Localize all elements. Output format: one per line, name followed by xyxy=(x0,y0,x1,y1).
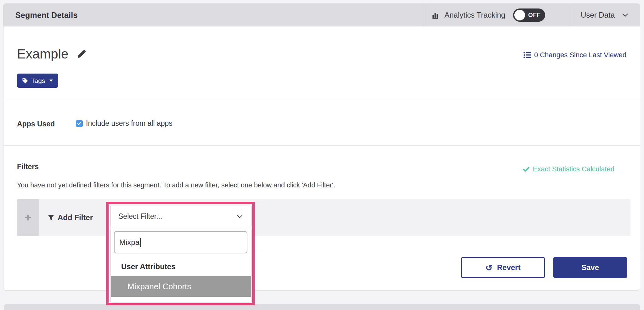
include-all-apps-checkbox[interactable] xyxy=(76,120,83,127)
analytics-tracking-label: Analytics Tracking xyxy=(444,11,505,19)
save-button-label: Save xyxy=(581,263,599,272)
changes-since-viewed-link[interactable]: 0 Changes Since Last Viewed xyxy=(523,51,626,59)
include-all-apps-label: Include users from all apps xyxy=(86,119,172,128)
filter-select-value: Select Filter... xyxy=(118,212,162,221)
segment-name: Example xyxy=(17,47,68,62)
funnel-icon xyxy=(48,215,54,221)
changes-link-label: 0 Changes Since Last Viewed xyxy=(534,51,626,59)
apps-used-checkbox-row: Include users from all apps xyxy=(76,119,172,128)
save-button[interactable]: Save xyxy=(553,257,627,278)
chevron-down-icon xyxy=(237,215,242,218)
apps-used-label: Apps Used xyxy=(17,120,55,128)
section-divider xyxy=(3,145,640,146)
text-cursor xyxy=(140,238,141,247)
header-divider-left xyxy=(423,4,423,26)
user-data-dropdown[interactable]: User Data xyxy=(581,4,628,26)
segment-details-card xyxy=(3,3,640,291)
check-icon xyxy=(523,167,529,172)
checkbox-check-icon xyxy=(77,122,82,125)
add-filter-button[interactable]: Add Filter xyxy=(48,199,93,236)
dropdown-option-label: Mixpanel Cohorts xyxy=(127,282,191,291)
dropdown-group-label: User Attributes xyxy=(121,262,175,271)
section-divider xyxy=(3,99,640,99)
filter-search-input[interactable]: Mixpa xyxy=(114,231,247,253)
analytics-tracking-toggle[interactable]: OFF xyxy=(513,8,545,22)
tags-button-label: Tags xyxy=(31,77,45,85)
revert-button-label: Revert xyxy=(497,263,521,272)
header-divider-right xyxy=(570,4,570,26)
segment-name-row: Example xyxy=(17,47,86,62)
pencil-icon xyxy=(76,49,86,59)
caret-down-icon xyxy=(49,79,53,82)
next-card-top-edge xyxy=(4,304,640,310)
user-data-label: User Data xyxy=(581,11,615,19)
edit-name-button[interactable] xyxy=(76,49,86,59)
add-filter-button-label: Add Filter xyxy=(58,213,93,222)
filters-description: You have not yet defined filters for thi… xyxy=(17,181,335,189)
page-title: Segment Details xyxy=(15,4,78,26)
exact-statistics-label: Exact Statistics Calculated xyxy=(533,165,614,173)
toggle-state-label: OFF xyxy=(528,8,541,22)
add-filter-plus-button[interactable] xyxy=(17,199,39,236)
revert-button[interactable]: ↺ Revert xyxy=(461,257,545,278)
plus-icon xyxy=(25,214,31,221)
toggle-knob xyxy=(514,10,525,20)
tag-icon xyxy=(22,78,28,84)
section-divider xyxy=(3,249,640,249)
bar-chart-icon xyxy=(432,11,440,19)
tags-button[interactable]: Tags xyxy=(17,74,58,88)
chevron-down-icon xyxy=(622,14,628,17)
dropdown-option-mixpanel-cohorts[interactable]: Mixpanel Cohorts xyxy=(111,276,251,297)
changes-list-icon xyxy=(523,52,531,58)
exact-statistics-status: Exact Statistics Calculated xyxy=(523,165,614,173)
undo-icon: ↺ xyxy=(485,263,493,272)
filters-heading: Filters xyxy=(17,163,39,171)
filter-search-value: Mixpa xyxy=(119,238,139,247)
analytics-tracking-group: Analytics Tracking OFF xyxy=(432,4,545,26)
filter-select[interactable]: Select Filter... xyxy=(110,206,251,227)
